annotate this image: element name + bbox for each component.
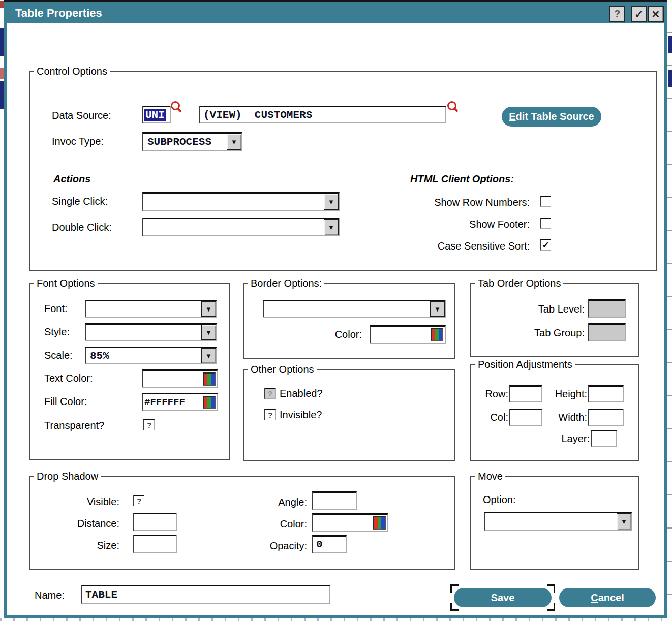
distance-field[interactable] [133, 513, 177, 531]
border-style-dropdown[interactable]: ▼ [263, 300, 446, 318]
enabled-checkbox[interactable]: ? [264, 388, 276, 399]
font-dropdown[interactable]: ▼ [85, 300, 217, 318]
button-label: C [591, 592, 598, 604]
search-icon[interactable] [170, 101, 182, 113]
border-color-label: Color: [306, 329, 362, 340]
chevron-down-icon[interactable]: ▼ [617, 513, 631, 530]
font-label: Font: [44, 303, 68, 315]
group-legend: Tab Order Options [475, 277, 563, 289]
single-click-dropdown[interactable]: ▼ [142, 192, 340, 211]
show-footer-checkbox[interactable] [540, 218, 551, 229]
move-option-dropdown[interactable]: ▼ [484, 512, 632, 531]
background-decoration [668, 70, 672, 87]
help-icon: ? [614, 8, 620, 20]
close-icon: ✕ [652, 8, 660, 20]
chevron-down-icon[interactable]: ▼ [201, 325, 216, 340]
case-sensitive-sort-checkbox[interactable]: ✓ [540, 239, 551, 251]
color-picker-icon[interactable] [431, 328, 443, 341]
layer-label: Layer: [549, 433, 590, 445]
chevron-down-icon[interactable]: ▼ [201, 348, 216, 363]
color-picker-icon[interactable] [203, 396, 216, 409]
double-click-dropdown[interactable]: ▼ [142, 218, 340, 236]
opacity-label: Opacity: [226, 540, 307, 552]
group-legend: Border Options: [248, 277, 324, 289]
tab-level-field[interactable] [588, 299, 626, 318]
actions-heading: Actions [53, 173, 90, 185]
tab-order-options-group: Tab Order Options Tab Level: Tab Group: [470, 283, 639, 357]
edit-table-source-button[interactable]: Edit Table Source [502, 107, 601, 127]
help-button[interactable]: ? [609, 6, 625, 22]
group-legend: Position Adjustments [475, 359, 575, 370]
checkmark-icon: ✓ [635, 8, 644, 20]
row-label: Row: [473, 388, 508, 400]
style-dropdown[interactable]: ▼ [85, 323, 217, 341]
chevron-down-icon[interactable]: ▼ [227, 134, 241, 150]
button-label: dit Table Source [516, 111, 594, 122]
col-label: Col: [473, 412, 508, 423]
row-field[interactable] [509, 385, 542, 402]
save-button[interactable]: Save [454, 588, 552, 607]
height-label: Height: [546, 388, 587, 400]
scale-value: 85% [90, 350, 201, 362]
move-group: Move Option: ▼ [470, 476, 639, 570]
close-button[interactable]: ✕ [648, 6, 664, 22]
chevron-down-icon[interactable]: ▼ [324, 194, 339, 210]
group-legend: Other Options [248, 364, 317, 376]
transparent-checkbox[interactable]: ? [143, 419, 155, 430]
height-field[interactable] [588, 385, 624, 402]
invisible-label: Invisible? [280, 409, 322, 421]
chevron-down-icon[interactable]: ▼ [324, 219, 339, 235]
case-sensitive-sort-label: Case Sensitive Sort: [403, 240, 530, 252]
chevron-down-icon[interactable]: ▼ [201, 301, 216, 317]
border-color-field[interactable] [370, 325, 446, 344]
text-color-field[interactable] [142, 369, 218, 388]
col-field[interactable] [509, 409, 542, 426]
opacity-value: 0 [316, 539, 323, 550]
tab-group-field[interactable] [588, 323, 626, 341]
fill-color-field[interactable]: #FFFFFF [142, 393, 218, 411]
titlebar[interactable]: Table Properties [4, 0, 667, 23]
move-option-label: Option: [483, 494, 515, 506]
text-color-label: Text Color: [44, 372, 93, 384]
background-decoration [0, 81, 4, 109]
transparent-label: Transparent? [44, 420, 104, 431]
invisible-checkbox[interactable]: ? [264, 409, 276, 420]
color-picker-icon[interactable] [203, 372, 216, 386]
cancel-button[interactable]: Cancel [559, 588, 656, 607]
drop-shadow-group: Drop Shadow Visible: ? Distance: Size: A… [29, 476, 455, 570]
control-options-group: Control Options Data Source: UNI (VIEW) … [29, 71, 657, 271]
name-label: Name: [35, 589, 65, 601]
data-source-name-field[interactable]: (VIEW) CUSTOMERS [199, 106, 446, 123]
background-right-strip [667, 0, 672, 621]
width-field[interactable] [588, 409, 624, 426]
background-bottom-ruler [0, 618, 672, 621]
chevron-down-icon[interactable]: ▼ [430, 301, 445, 317]
group-legend: Drop Shadow [34, 471, 101, 482]
name-field[interactable]: TABLE [81, 585, 330, 604]
show-row-numbers-checkbox[interactable] [540, 196, 551, 207]
opacity-field[interactable]: 0 [312, 535, 347, 553]
shadow-color-field[interactable] [312, 513, 388, 532]
data-source-code-field[interactable]: UNI [142, 106, 171, 123]
font-options-group: Font Options Font: ▼ Style: ▼ Scale: 85%… [29, 283, 230, 460]
visible-checkbox[interactable]: ? [133, 495, 144, 506]
color-picker-icon[interactable] [373, 516, 386, 530]
scale-dropdown[interactable]: 85% ▼ [85, 347, 217, 364]
size-field[interactable] [133, 535, 177, 553]
angle-field[interactable] [312, 491, 357, 510]
size-label: Size: [38, 540, 119, 551]
fill-color-value: #FFFFFF [144, 397, 185, 408]
double-click-label: Double Click: [52, 222, 112, 233]
invoc-type-dropdown[interactable]: SUBPROCESS ▼ [142, 132, 242, 151]
background-left-strip [0, 0, 4, 621]
distance-label: Distance: [38, 518, 119, 530]
table-properties-window: Table Properties ? ✓ ✕ Control Options D… [0, 0, 672, 621]
layer-field[interactable] [591, 430, 617, 447]
confirm-button[interactable]: ✓ [631, 6, 647, 22]
scale-label: Scale: [44, 350, 73, 361]
group-legend: Font Options [34, 277, 98, 289]
html-client-options-heading: HTML Client Options: [410, 173, 514, 185]
invoc-type-value: SUBPROCESS [147, 136, 227, 148]
button-label: Save [491, 592, 515, 604]
search-icon[interactable] [447, 101, 459, 113]
